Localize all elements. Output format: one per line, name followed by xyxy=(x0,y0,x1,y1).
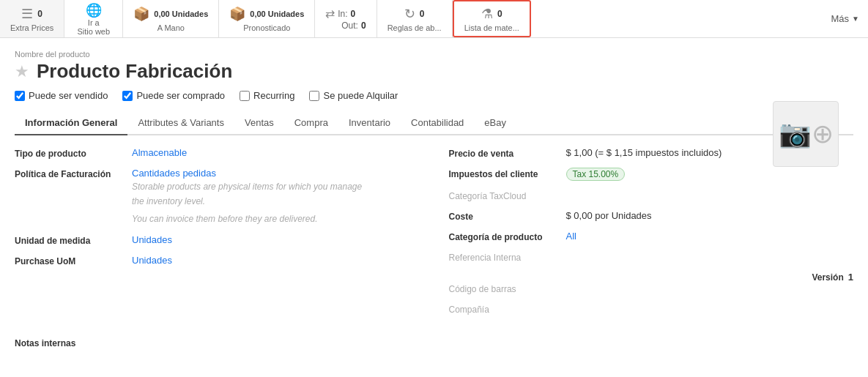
impuestos-label: Impuestos del cliente xyxy=(449,168,566,179)
arrows-icon: ⇄ xyxy=(325,7,335,20)
flask-icon: ⚗ xyxy=(481,6,493,22)
form-row-compania: Compañía xyxy=(449,303,854,315)
tabs-row: Información General Attributes & Variant… xyxy=(15,111,853,135)
catprod-value[interactable]: All xyxy=(566,231,576,242)
tax-badge[interactable]: Tax 15.00% xyxy=(566,168,626,181)
product-label: Nombre del producto xyxy=(15,50,853,59)
form-area: Tipo de producto Almacenable Política de… xyxy=(15,135,853,324)
tab-info-general[interactable]: Información General xyxy=(15,111,127,135)
product-title: Producto Fabricación xyxy=(37,60,232,83)
puom-label: Purchase UoM xyxy=(15,255,132,266)
precio-value: $ 1,00 (= $ 1,15 impuestos incluidos) xyxy=(566,147,722,158)
a-mano-count: 0,00 Unidades xyxy=(154,10,208,18)
checkbox-vendido[interactable]: Puede ser vendido xyxy=(15,90,108,101)
notas-internas-label: Notas internas xyxy=(15,338,853,348)
lista-mate-count: 0 xyxy=(497,9,502,19)
compania-label: Compañía xyxy=(449,303,566,315)
toolbar-inout[interactable]: ⇄ In: 0 Out: 0 xyxy=(315,0,376,37)
out-val: 0 xyxy=(361,20,366,31)
uom-label: Unidad de medida xyxy=(15,234,132,246)
toolbar-lista-mate[interactable]: ⚗ 0 Lista de mate... xyxy=(453,0,531,37)
form-row-taxcloud: Categoría TaxCloud xyxy=(449,190,854,201)
form-row-catprod: Categoría de producto All xyxy=(449,231,854,242)
tab-ebay[interactable]: eBay xyxy=(474,111,516,135)
in-label: In: xyxy=(338,9,347,19)
codbarra-label: Código de barras xyxy=(449,283,566,294)
app-container: ☰ 0 Extra Prices 🌐 Ir a Sitio web 📦 0,00… xyxy=(0,0,868,360)
politica-col: Cantidades pedidas Storable products are… xyxy=(132,168,362,225)
taxcloud-label: Categoría TaxCloud xyxy=(449,190,566,201)
main-content: Nombre del producto ★ Producto Fabricaci… xyxy=(0,38,868,360)
checkbox-comprado-input[interactable] xyxy=(122,91,133,101)
toolbar: ☰ 0 Extra Prices 🌐 Ir a Sitio web 📦 0,00… xyxy=(0,0,868,38)
sitio-web-label1: Ir a xyxy=(88,18,100,27)
lista-mate-label: Lista de mate... xyxy=(464,23,519,32)
catprod-label: Categoría de producto xyxy=(449,231,566,242)
boxes-icon: 📦 xyxy=(133,6,149,22)
politica-hint1: Storable products are physical items for… xyxy=(132,180,362,193)
form-row-refint: Referencia Interna xyxy=(449,251,854,263)
precio-label: Precio de venta xyxy=(449,147,566,159)
pronosticado-count: 0,00 Unidades xyxy=(250,10,304,18)
checkbox-alquilar-input[interactable] xyxy=(309,91,319,101)
favorite-star-icon[interactable]: ★ xyxy=(15,62,29,81)
toolbar-reglas[interactable]: ↻ 0 Reglas de ab... xyxy=(377,0,453,37)
checkbox-recurring[interactable]: Recurring xyxy=(240,90,294,101)
sitio-web-label2: Sitio web xyxy=(77,27,110,36)
tab-contabilidad[interactable]: Contabilidad xyxy=(401,111,474,135)
checkbox-comprado[interactable]: Puede ser comprado xyxy=(122,90,225,101)
out-label: Out: xyxy=(341,20,358,31)
puom-value[interactable]: Unidades xyxy=(132,255,172,266)
toolbar-sitio-web[interactable]: 🌐 Ir a Sitio web xyxy=(64,0,123,37)
tab-compra[interactable]: Compra xyxy=(284,111,338,135)
coste-value: $ 0,00 por Unidades xyxy=(566,210,652,221)
tipo-value[interactable]: Almacenable xyxy=(132,147,187,158)
chevron-down-icon: ▼ xyxy=(852,15,859,23)
refint-label: Referencia Interna xyxy=(449,251,566,263)
toolbar-a-mano[interactable]: 📦 0,00 Unidades A Mano xyxy=(123,0,219,37)
a-mano-label: A Mano xyxy=(157,23,185,32)
in-val: 0 xyxy=(351,9,356,19)
form-row-puom: Purchase UoM Unidades xyxy=(15,255,420,266)
tab-attributes[interactable]: Attributes & Variants xyxy=(127,111,234,135)
product-photo[interactable]: 📷⊕ xyxy=(773,101,839,167)
version-val: 1 xyxy=(848,272,853,283)
checkbox-recurring-input[interactable] xyxy=(240,91,250,101)
version-row: Versión 1 xyxy=(449,272,854,283)
tab-inventario[interactable]: Inventario xyxy=(338,111,401,135)
reglas-count: 0 xyxy=(420,9,425,19)
camera-icon: 📷⊕ xyxy=(779,119,834,149)
politica-hint3: You can invoice them before they are del… xyxy=(132,212,362,225)
checkbox-vendido-input[interactable] xyxy=(15,91,25,101)
politica-hint2: the inventory level. xyxy=(132,195,362,208)
pronosticado-label: Pronosticado xyxy=(243,23,290,32)
extra-prices-count: 0 xyxy=(37,9,42,19)
politica-value[interactable]: Cantidades pedidas xyxy=(132,168,362,179)
reglas-label: Reglas de ab... xyxy=(387,23,442,32)
toolbar-more[interactable]: Más ▼ xyxy=(823,0,868,37)
tab-ventas[interactable]: Ventas xyxy=(234,111,284,135)
form-right: Precio de venta $ 1,00 (= $ 1,15 impuest… xyxy=(449,147,854,324)
checkbox-alquilar-label: Se puede Alquilar xyxy=(323,90,398,101)
uom-value[interactable]: Unidades xyxy=(132,234,172,245)
product-title-row: ★ Producto Fabricación xyxy=(15,60,853,83)
coste-label: Coste xyxy=(449,210,566,222)
form-row-tipo: Tipo de producto Almacenable xyxy=(15,147,420,159)
checkbox-alquilar[interactable]: Se puede Alquilar xyxy=(309,90,398,101)
toolbar-pronosticado[interactable]: 📦 0,00 Unidades Pronosticado xyxy=(219,0,315,37)
toolbar-extra-prices[interactable]: ☰ 0 Extra Prices xyxy=(0,0,64,37)
politica-label: Política de Facturación xyxy=(15,168,132,179)
form-row-uom: Unidad de medida Unidades xyxy=(15,234,420,246)
form-row-codbarra: Código de barras xyxy=(449,283,854,294)
form-row-politica: Política de Facturación Cantidades pedid… xyxy=(15,168,420,225)
checkboxes-row: Puede ser vendido Puede ser comprado Rec… xyxy=(15,90,853,101)
checkbox-vendido-label: Puede ser vendido xyxy=(29,90,108,101)
list-icon: ☰ xyxy=(21,6,33,22)
form-row-coste: Coste $ 0,00 por Unidades xyxy=(449,210,854,222)
refresh-icon: ↻ xyxy=(404,6,415,22)
form-row-impuestos: Impuestos del cliente Tax 15.00% xyxy=(449,168,854,181)
tipo-label: Tipo de producto xyxy=(15,147,132,159)
globe-icon: 🌐 xyxy=(86,2,102,18)
extra-prices-label: Extra Prices xyxy=(10,23,53,32)
checkbox-recurring-label: Recurring xyxy=(253,90,294,101)
